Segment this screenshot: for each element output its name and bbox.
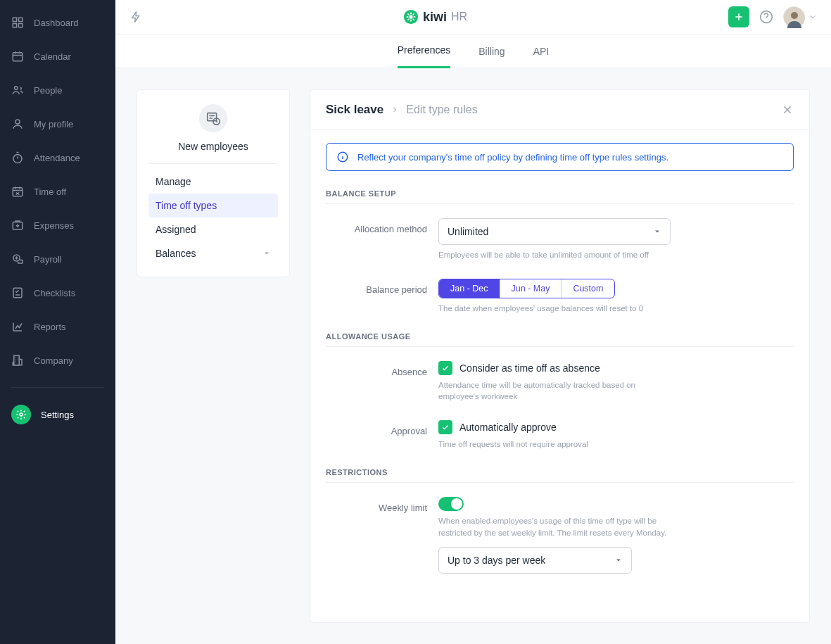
seg-label: Jun - May (512, 284, 550, 293)
main: kiwiHR Preferences Billing API (115, 0, 831, 644)
field-allocation: Allocation method Unlimited Employees wi… (326, 218, 794, 260)
left-item-manage[interactable]: Manage (148, 170, 278, 194)
calendar-icon (11, 50, 24, 63)
field-label: Allocation method (326, 218, 438, 260)
svg-rect-3 (19, 24, 23, 27)
brand-name: kiwi (423, 10, 447, 25)
section-balance-setup: BALANCE SETUP (326, 189, 794, 204)
field-absence: Absence Consider as time off as absence … (326, 361, 794, 402)
weekly-limit-toggle[interactable] (438, 497, 464, 511)
svg-rect-2 (13, 24, 16, 27)
absence-checkbox[interactable] (438, 361, 452, 375)
help-text: Attendance time will be automatically tr… (438, 379, 649, 402)
approval-checkbox[interactable] (438, 420, 452, 434)
sidebar-item-dashboard[interactable]: Dashboard (0, 6, 115, 39)
tab-label: Preferences (398, 44, 450, 56)
grid-icon (11, 16, 24, 29)
svg-point-15 (410, 15, 412, 18)
sidebar-item-label: Reports (34, 322, 66, 332)
chevron-down-icon (614, 556, 623, 564)
panel: Sick leave Edit type rules Reflect your … (310, 89, 810, 623)
topbar: kiwiHR (115, 0, 831, 34)
calendar-ban-icon (11, 185, 24, 198)
help-text: When enabled employees's usage of this t… (438, 515, 678, 538)
chevron-down-icon (262, 249, 271, 258)
sidebar-item-people[interactable]: People (0, 73, 115, 107)
sidebar-item-my-profile[interactable]: My profile (0, 107, 115, 141)
sidebar-item-label: Company (34, 355, 73, 366)
seg-custom[interactable]: Custom (562, 279, 614, 298)
panel-header: Sick leave Edit type rules (310, 90, 809, 130)
brand-suffix: HR (451, 11, 467, 23)
seg-jan-dec[interactable]: Jan - Dec (439, 279, 500, 298)
svg-point-13 (20, 413, 23, 416)
tab-label: API (533, 46, 550, 57)
left-item-time-off-types[interactable]: Time off types (148, 194, 278, 217)
check-label: Consider as time off as absence (459, 362, 600, 374)
sidebar-item-reports[interactable]: Reports (0, 310, 115, 343)
left-item-balances[interactable]: Balances (148, 241, 278, 265)
sidebar-item-label: Dashboard (34, 18, 79, 28)
svg-rect-0 (13, 18, 16, 21)
chevron-down-icon (808, 13, 817, 21)
help-text: Time off requests will not require appro… (438, 438, 776, 450)
chevron-down-icon (653, 227, 661, 236)
user-menu[interactable] (783, 6, 817, 27)
seg-jun-may[interactable]: Jun - May (500, 279, 562, 298)
bolt-icon[interactable] (129, 11, 142, 23)
stopwatch-icon (11, 151, 24, 164)
info-icon (336, 151, 349, 163)
sidebar: Dashboard Calendar People My profile Att… (0, 0, 115, 644)
info-text: Reflect your company's time off policy b… (357, 152, 668, 163)
tab-billing[interactable]: Billing (478, 34, 505, 68)
tab-api[interactable]: API (533, 34, 550, 68)
field-balance-period: Balance period Jan - Dec Jun - May Custo… (326, 279, 794, 314)
svg-rect-11 (13, 288, 22, 298)
tab-preferences[interactable]: Preferences (398, 34, 450, 68)
gear-icon (11, 405, 31, 424)
left-item-label: Manage (156, 176, 191, 187)
sidebar-item-calendar[interactable]: Calendar (0, 39, 115, 73)
sidebar-item-company[interactable]: Company (0, 343, 115, 377)
allocation-select[interactable]: Unlimited (438, 218, 671, 245)
sidebar-item-attendance[interactable]: Attendance (0, 141, 115, 175)
sidebar-item-settings[interactable]: Settings (0, 398, 115, 431)
close-icon (781, 103, 794, 116)
svg-rect-19 (208, 113, 217, 121)
field-weekly-limit: Weekly limit When enabled employees's us… (326, 497, 794, 573)
divider (148, 163, 278, 164)
sidebar-item-payroll[interactable]: Payroll (0, 242, 115, 276)
add-button[interactable] (728, 6, 749, 27)
employees-icon (199, 104, 227, 132)
sidebar-item-checklists[interactable]: Checklists (0, 276, 115, 310)
sidebar-item-label: Checklists (34, 288, 75, 298)
field-label: Weekly limit (326, 497, 438, 573)
toggle-knob (451, 498, 462, 510)
sidebar-item-label: My profile (34, 119, 73, 130)
field-label: Absence (326, 361, 438, 402)
logo-icon (403, 9, 419, 25)
sidebar-item-label: Calendar (34, 51, 71, 62)
people-icon (11, 84, 24, 96)
profile-icon (11, 118, 24, 130)
breadcrumb: Sick leave Edit type rules (326, 103, 478, 117)
left-item-assigned[interactable]: Assigned (148, 217, 278, 241)
sidebar-item-expenses[interactable]: Expenses (0, 208, 115, 242)
section-restrictions: RESTRICTIONS (326, 468, 794, 483)
payroll-icon (11, 253, 24, 265)
breadcrumb-main: Sick leave (326, 103, 383, 117)
check-icon (441, 364, 450, 372)
panel-body: Reflect your company's time off policy b… (310, 130, 809, 613)
sidebar-item-time-off[interactable]: Time off (0, 175, 115, 208)
help-text: The date when employees' usage balances … (438, 303, 776, 314)
chevron-right-icon (391, 106, 399, 114)
check-label: Automatically approve (459, 422, 557, 433)
close-button[interactable] (781, 103, 794, 116)
svg-point-6 (15, 120, 20, 124)
expenses-icon (11, 219, 24, 232)
help-icon[interactable] (759, 10, 773, 24)
sidebar-item-label: Attendance (34, 153, 80, 163)
weekly-limit-select[interactable]: Up to 3 days per week (438, 547, 632, 574)
field-label: Approval (326, 420, 438, 450)
content: New employees Manage Time off types Assi… (115, 68, 831, 644)
